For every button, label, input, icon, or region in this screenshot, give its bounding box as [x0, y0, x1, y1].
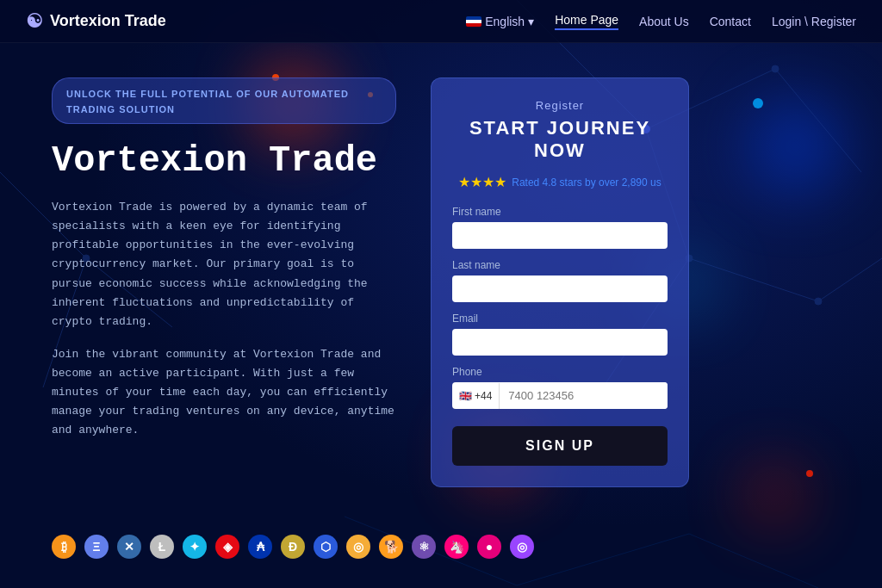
crypto-icon-dot: ● — [477, 535, 501, 559]
left-panel: UNLOCK THE FULL POTENTIAL OF OUR AUTOMAT… — [52, 77, 396, 457]
nav-login[interactable]: Login \ Register — [772, 15, 856, 28]
crypto-icon-ada: ₳ — [248, 535, 272, 559]
phone-flag-selector[interactable]: 🇬🇧 +44 — [452, 383, 500, 409]
register-label: Register — [452, 99, 668, 112]
chevron-down-icon: ▾ — [528, 15, 534, 28]
phone-flag-icon: 🇬🇧 — [459, 390, 472, 402]
hero-title: Vortexion Trade — [52, 141, 396, 181]
nav-about[interactable]: About Us — [639, 15, 689, 28]
crypto-icon-link: ⬡ — [314, 535, 338, 559]
register-panel: Register START JOURNEY NOW ★★★★ Rated 4.… — [431, 77, 689, 487]
crypto-icon-xrp: ✕ — [117, 535, 141, 559]
last-name-input[interactable] — [452, 275, 668, 302]
phone-group: Phone 🇬🇧 +44 — [452, 366, 668, 409]
tagline-box: UNLOCK THE FULL POTENTIAL OF OUR AUTOMAT… — [52, 77, 396, 124]
register-title: START JOURNEY NOW — [452, 117, 668, 162]
first-name-label: First name — [452, 206, 668, 218]
email-group: Email — [452, 313, 668, 356]
crypto-icon-doge: Ð — [281, 535, 305, 559]
hero-desc-1: Vortexion Trade is powered by a dynamic … — [52, 198, 396, 331]
phone-label: Phone — [452, 366, 668, 378]
crypto-icon-btc: ₿ — [52, 535, 76, 559]
brand-name: Vortexion Trade — [50, 12, 166, 30]
flag-icon — [466, 16, 481, 27]
crypto-icon-shib: 🐕 — [379, 535, 403, 559]
lang-label: English — [485, 15, 525, 28]
first-name-group: First name — [452, 206, 668, 249]
last-name-group: Last name — [452, 259, 668, 302]
language-selector[interactable]: English ▾ — [466, 15, 534, 28]
phone-code: +44 — [475, 390, 492, 402]
email-input[interactable] — [452, 329, 668, 356]
hero-desc-2: Join the vibrant community at Vortexion … — [52, 345, 396, 440]
crypto-icon-xlm: ✦ — [183, 535, 207, 559]
phone-input[interactable] — [500, 382, 668, 409]
nav-menu: English ▾ Home Page About Us Contact Log… — [466, 13, 856, 30]
rated-text: Rated 4.8 stars by over 2,890 us — [512, 176, 661, 189]
nav-contact[interactable]: Contact — [710, 15, 751, 28]
tagline-text: UNLOCK THE FULL POTENTIAL OF OUR AUTOMAT… — [66, 89, 349, 115]
crypto-icon-sol: ◎ — [510, 535, 534, 559]
crypto-icon-ltc: Ł — [150, 535, 174, 559]
email-label: Email — [452, 313, 668, 325]
crypto-icon-trx: ◈ — [215, 535, 239, 559]
phone-row: 🇬🇧 +44 — [452, 382, 668, 409]
crypto-icon-dai: ◎ — [346, 535, 370, 559]
main-content: UNLOCK THE FULL POTENTIAL OF OUR AUTOMAT… — [0, 43, 882, 522]
last-name-label: Last name — [452, 259, 668, 271]
brand-icon: ☯ — [26, 10, 43, 33]
crypto-icons-row: ₿Ξ✕Ł✦◈₳Ð⬡◎🐕⚛🦄●◎ — [0, 522, 882, 572]
star-icons: ★★★★ — [458, 174, 506, 190]
navbar: ☯ Vortexion Trade English ▾ Home Page Ab… — [0, 0, 882, 43]
crypto-icon-eth: Ξ — [84, 535, 109, 559]
signup-button[interactable]: SIGN UP — [452, 426, 668, 466]
first-name-input[interactable] — [452, 222, 668, 249]
brand[interactable]: ☯ Vortexion Trade — [26, 10, 166, 33]
rating-row: ★★★★ Rated 4.8 stars by over 2,890 us — [452, 174, 668, 190]
nav-home[interactable]: Home Page — [555, 13, 618, 30]
crypto-icon-atom: ⚛ — [412, 535, 436, 559]
hero-description: Vortexion Trade is powered by a dynamic … — [52, 198, 396, 440]
crypto-icon-uni: 🦄 — [444, 535, 469, 559]
